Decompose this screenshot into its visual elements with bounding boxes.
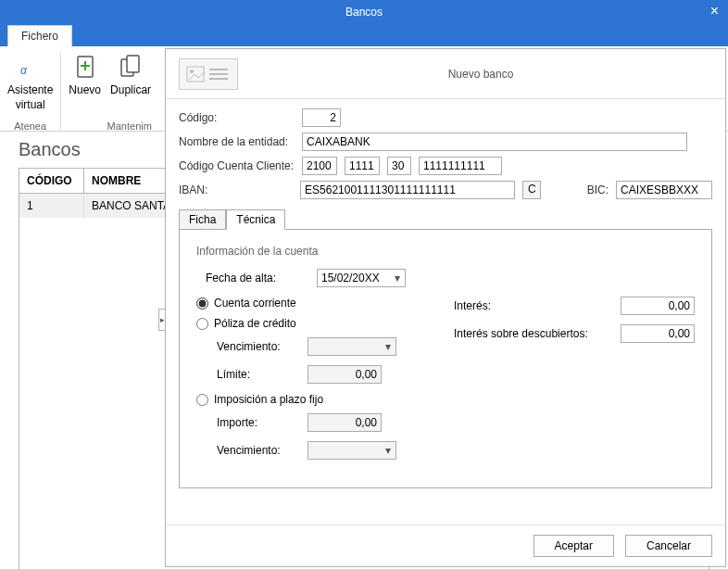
input-interes[interactable] (621, 297, 695, 315)
menu-bar: Fichero (0, 23, 728, 46)
poliza-venc-field[interactable]: ▾ (308, 337, 396, 356)
svg-text:α: α (20, 64, 28, 77)
cancel-button[interactable]: Cancelar (625, 535, 712, 557)
new-label: Nuevo (69, 83, 101, 96)
compute-iban-button[interactable]: C (522, 181, 541, 199)
dialog-footer: Aceptar Cancelar (166, 525, 725, 566)
new-bank-dialog: ▸ Nuevo banco Código: Nombre de la entid… (165, 48, 726, 567)
window-title: Bancos (345, 6, 383, 19)
input-ccc-account[interactable] (419, 157, 502, 175)
input-bic[interactable] (616, 181, 712, 199)
plazo-venc-field[interactable]: ▾ (308, 441, 396, 460)
ribbon-group-label: Atenea (14, 120, 46, 132)
assistant-button[interactable]: α Asistente virtual (7, 52, 53, 111)
label-bic: BIC: (587, 183, 609, 196)
ribbon-group-atenea: α Asistente virtual Atenea (0, 52, 61, 132)
duplicate-button[interactable]: Duplicar (110, 52, 151, 96)
label-interes: Interés: (454, 299, 611, 312)
col-header-code[interactable]: CÓDIGO (19, 169, 84, 193)
label-plazo-venc: Vencimiento: (217, 444, 298, 457)
dialog-tabs: Ficha Técnica (179, 209, 712, 229)
input-ccc-entity[interactable] (302, 157, 337, 175)
tab-fichero[interactable]: Fichero (7, 25, 72, 46)
tab-tecnica[interactable]: Técnica (226, 209, 285, 230)
dialog-body: Código: Nombre de la entidad: Código Cue… (166, 99, 725, 525)
alpha-icon: α (16, 52, 45, 82)
duplicate-icon (116, 52, 145, 82)
label-cuenta-corriente: Cuenta corriente (214, 297, 296, 310)
label-poliza-limite: Límite: (217, 368, 298, 381)
date-alta-field[interactable]: ▾ (317, 269, 406, 287)
new-button[interactable]: Nuevo (69, 52, 101, 96)
accept-button[interactable]: Aceptar (533, 535, 614, 557)
chevron-down-icon[interactable]: ▾ (381, 340, 395, 353)
radio-plazo[interactable] (196, 394, 208, 406)
radio-cuenta-corriente[interactable] (196, 297, 208, 310)
input-poliza-venc[interactable] (308, 338, 381, 355)
duplicate-label: Duplicar (110, 83, 151, 96)
assistant-label-2: virtual (16, 98, 45, 111)
label-interes-desc: Interés sobre descubiertos: (454, 327, 611, 340)
svg-point-7 (190, 70, 194, 73)
collapse-handle[interactable]: ▸ (158, 309, 166, 331)
dialog-title: Nuevo banco (249, 68, 712, 81)
tab-ficha[interactable]: Ficha (179, 209, 226, 230)
cell-code: 1 (19, 194, 84, 218)
new-document-icon (70, 52, 100, 82)
window-titlebar: Bancos × (0, 0, 728, 23)
input-ccc-office[interactable] (345, 157, 380, 175)
input-codigo[interactable] (302, 108, 341, 127)
chevron-down-icon[interactable]: ▾ (381, 444, 395, 457)
tab-panel-tecnica: Información de la cuenta Fecha de alta: … (179, 229, 712, 488)
input-interes-desc[interactable] (621, 324, 695, 343)
input-plazo-importe[interactable] (308, 413, 382, 432)
input-nombre[interactable] (302, 133, 687, 151)
input-plazo-venc[interactable] (308, 442, 381, 459)
label-codigo: Código: (179, 111, 295, 124)
label-plazo-importe: Importe: (217, 416, 298, 429)
label-poliza: Póliza de crédito (214, 317, 296, 330)
label-fecha-alta: Fecha de alta: (206, 272, 308, 284)
radio-poliza[interactable] (196, 318, 208, 330)
chevron-down-icon[interactable]: ▾ (390, 272, 405, 284)
close-icon[interactable]: × (710, 3, 719, 19)
label-plazo: Imposición a plazo fijo (214, 393, 323, 406)
section-title: Información de la cuenta (196, 245, 695, 258)
input-fecha-alta[interactable] (318, 270, 390, 286)
ribbon-group-label-2: Mantenim (107, 120, 152, 132)
label-iban: IBAN: (179, 183, 293, 196)
input-ccc-dc[interactable] (387, 157, 411, 175)
dialog-image-icon (179, 58, 238, 90)
label-poliza-venc: Vencimiento: (217, 340, 298, 353)
assistant-label-1: Asistente (7, 83, 53, 96)
label-ccc: Código Cuenta Cliente: (179, 159, 295, 172)
dialog-header: Nuevo banco (166, 49, 725, 99)
label-nombre: Nombre de la entidad: (179, 135, 295, 148)
input-iban[interactable] (300, 181, 515, 199)
input-poliza-limite[interactable] (308, 365, 382, 384)
svg-rect-5 (127, 56, 139, 72)
